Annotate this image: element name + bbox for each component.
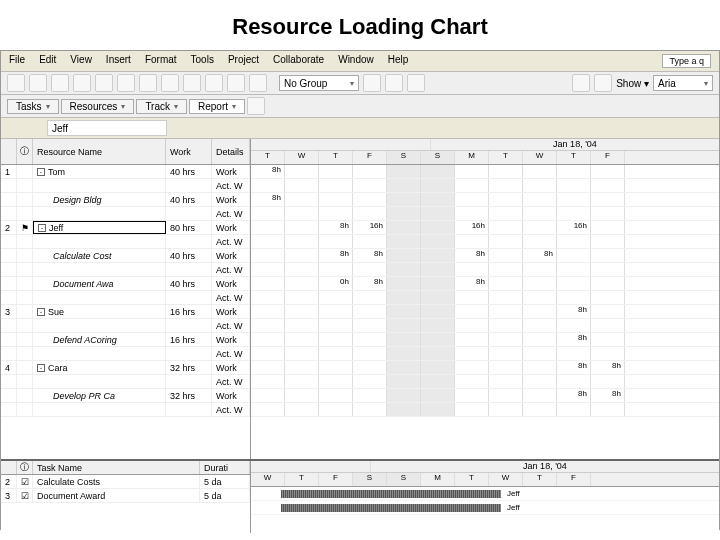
time-cell[interactable] <box>557 165 591 178</box>
row-work[interactable] <box>166 207 212 220</box>
time-cell[interactable] <box>523 235 557 248</box>
time-cell[interactable] <box>421 361 455 374</box>
time-cell[interactable] <box>557 207 591 220</box>
menu-view[interactable]: View <box>70 54 92 68</box>
time-cell[interactable] <box>421 403 455 416</box>
time-cell[interactable] <box>557 193 591 206</box>
time-cell[interactable] <box>489 221 523 234</box>
time-cell[interactable] <box>455 347 489 360</box>
row-work[interactable] <box>166 263 212 276</box>
resource-row[interactable]: Defend ACoring16 hrsWork <box>1 333 250 347</box>
time-cell[interactable] <box>455 207 489 220</box>
resource-row[interactable]: 4-Cara32 hrsWork <box>1 361 250 375</box>
report-toggle-icon[interactable] <box>247 97 265 115</box>
resource-row[interactable]: Act. W <box>1 263 250 277</box>
time-cell[interactable] <box>421 291 455 304</box>
row-work[interactable] <box>166 291 212 304</box>
time-cell[interactable] <box>557 403 591 416</box>
col-work[interactable]: Work <box>166 139 212 164</box>
time-cell[interactable] <box>319 263 353 276</box>
time-cell[interactable] <box>591 319 625 332</box>
time-cell[interactable] <box>455 165 489 178</box>
time-cell[interactable] <box>251 263 285 276</box>
row-name[interactable]: -Tom <box>33 165 166 178</box>
time-cell[interactable] <box>591 235 625 248</box>
time-cell[interactable] <box>421 221 455 234</box>
time-cell[interactable] <box>251 389 285 402</box>
time-cell[interactable] <box>489 389 523 402</box>
time-cell[interactable] <box>489 305 523 318</box>
task-row[interactable]: 2☑Calculate Costs5 da <box>1 475 250 489</box>
row-name[interactable] <box>33 263 166 276</box>
time-cell[interactable] <box>455 193 489 206</box>
time-cell[interactable] <box>523 375 557 388</box>
time-cell[interactable] <box>319 207 353 220</box>
time-cell[interactable] <box>455 375 489 388</box>
time-cell[interactable] <box>285 319 319 332</box>
time-cell[interactable] <box>557 263 591 276</box>
resource-row[interactable]: Develop PR Ca32 hrsWork <box>1 389 250 403</box>
time-cell[interactable] <box>557 249 591 262</box>
time-cell[interactable] <box>387 235 421 248</box>
time-cell[interactable] <box>523 403 557 416</box>
time-cell[interactable] <box>591 277 625 290</box>
time-cell[interactable] <box>387 207 421 220</box>
time-cell[interactable] <box>251 347 285 360</box>
time-cell[interactable] <box>353 179 387 192</box>
time-cell[interactable] <box>319 193 353 206</box>
row-name[interactable] <box>33 235 166 248</box>
menu-help[interactable]: Help <box>388 54 409 68</box>
expand-icon[interactable]: - <box>37 168 45 176</box>
gantt-bar[interactable] <box>281 490 501 498</box>
time-cell[interactable]: 16h <box>557 221 591 234</box>
col-info[interactable]: ⓘ <box>17 139 33 164</box>
time-cell[interactable] <box>523 165 557 178</box>
time-cell[interactable]: 8h <box>557 305 591 318</box>
resource-row[interactable]: Act. W <box>1 375 250 389</box>
row-name[interactable]: Develop PR Ca <box>33 389 166 402</box>
time-cell[interactable] <box>285 305 319 318</box>
link-icon[interactable] <box>249 74 267 92</box>
time-cell[interactable] <box>251 221 285 234</box>
time-cell[interactable]: 8h <box>319 249 353 262</box>
task-duration[interactable]: 5 da <box>200 489 250 502</box>
time-cell[interactable] <box>285 249 319 262</box>
goto-icon[interactable] <box>407 74 425 92</box>
row-name[interactable]: Defend ACoring <box>33 333 166 346</box>
row-work[interactable]: 16 hrs <box>166 305 212 318</box>
time-cell[interactable] <box>591 221 625 234</box>
time-cell[interactable] <box>557 235 591 248</box>
time-cell[interactable] <box>285 291 319 304</box>
time-cell[interactable] <box>591 165 625 178</box>
time-cell[interactable] <box>489 403 523 416</box>
time-cell[interactable] <box>591 403 625 416</box>
time-cell[interactable] <box>557 347 591 360</box>
resource-row[interactable]: Document Awa40 hrsWork <box>1 277 250 291</box>
time-cell[interactable] <box>353 333 387 346</box>
time-cell[interactable] <box>523 179 557 192</box>
menu-tools[interactable]: Tools <box>191 54 214 68</box>
time-cell[interactable] <box>285 347 319 360</box>
time-cell[interactable] <box>421 179 455 192</box>
time-cell[interactable] <box>421 249 455 262</box>
row-work[interactable]: 40 hrs <box>166 165 212 178</box>
resource-row[interactable]: Act. W <box>1 291 250 305</box>
print-icon[interactable] <box>73 74 91 92</box>
row-name[interactable] <box>33 207 166 220</box>
time-cell[interactable] <box>285 207 319 220</box>
expand-icon[interactable]: - <box>37 364 45 372</box>
spell-icon[interactable] <box>117 74 135 92</box>
time-cell[interactable] <box>455 305 489 318</box>
formula-input[interactable] <box>47 120 167 136</box>
time-cell[interactable]: 8h <box>557 361 591 374</box>
time-cell[interactable] <box>251 305 285 318</box>
row-work[interactable]: 40 hrs <box>166 277 212 290</box>
resource-row[interactable]: 2⚑-Jeff80 hrsWork <box>1 221 250 235</box>
time-cell[interactable] <box>285 277 319 290</box>
time-cell[interactable] <box>489 165 523 178</box>
row-work[interactable]: 80 hrs <box>166 221 212 234</box>
time-cell[interactable] <box>421 347 455 360</box>
time-cell[interactable]: 8h <box>353 249 387 262</box>
redo-icon[interactable] <box>227 74 245 92</box>
time-cell[interactable] <box>285 333 319 346</box>
